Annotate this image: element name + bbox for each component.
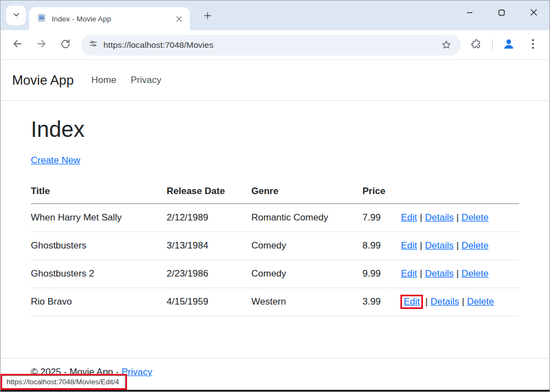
cell-price: 7.99 — [362, 204, 401, 232]
action-separator: | — [417, 268, 425, 279]
table-row: Rio Bravo 4/15/1959 Western 3.99 Edit|De… — [31, 288, 519, 316]
brand-link[interactable]: Movie App — [12, 73, 74, 88]
reload-button[interactable] — [53, 33, 78, 57]
cell-genre: Western — [251, 288, 362, 316]
annotation-highlight-box: https://localhost:7048/Movies/Edit/4 — [1, 374, 127, 390]
chevron-down-icon — [12, 10, 20, 21]
site-settings-icon[interactable] — [89, 39, 98, 51]
page-title: Index — [31, 117, 519, 142]
action-separator: | — [459, 296, 467, 307]
link-status-bar: https://localhost:7048/Movies/Edit/4 — [2, 376, 125, 388]
back-arrow-icon — [12, 38, 23, 52]
edit-link[interactable]: Edit — [401, 268, 417, 279]
cell-genre: Comedy — [251, 260, 362, 288]
extensions-button[interactable] — [464, 33, 488, 57]
cell-genre: Romantic Comedy — [251, 204, 362, 232]
details-link[interactable]: Details — [425, 240, 454, 251]
delete-link[interactable]: Delete — [461, 240, 488, 251]
back-button[interactable] — [5, 33, 29, 57]
cell-actions: Edit|Details|Delete — [401, 260, 519, 288]
tab-close-icon[interactable] — [173, 13, 184, 24]
edit-link-highlighted[interactable]: Edit — [404, 296, 420, 307]
edit-link[interactable]: Edit — [401, 212, 417, 223]
site-navbar: Movie App Home Privacy — [1, 60, 549, 101]
nav-link-home[interactable]: Home — [91, 75, 116, 86]
toolbar-divider — [492, 40, 493, 51]
maximize-button[interactable] — [486, 1, 518, 26]
forward-button[interactable] — [29, 33, 53, 57]
table-row: Ghostbusters 2 2/23/1986 Comedy 9.99 Edi… — [31, 260, 519, 288]
tab-title: Index - Movie App — [52, 15, 173, 23]
create-new-link[interactable]: Create New — [31, 155, 80, 166]
details-link[interactable]: Details — [425, 212, 454, 223]
new-tab-button[interactable] — [199, 8, 216, 25]
forward-arrow-icon — [36, 38, 47, 52]
close-icon — [530, 8, 537, 18]
details-link[interactable]: Details — [425, 268, 454, 279]
col-header-actions — [401, 180, 519, 204]
col-header-title: Title — [31, 180, 167, 204]
maximize-icon — [498, 8, 505, 18]
cell-actions: Edit|Details|Delete — [401, 232, 519, 260]
annotation-highlight-box: Edit — [400, 295, 423, 309]
tab-favicon-icon — [37, 13, 46, 25]
cell-release-date: 2/23/1986 — [167, 260, 251, 288]
cell-actions: Edit|Details|Delete — [401, 204, 519, 232]
browser-menu-button[interactable] — [521, 33, 545, 57]
tab-search-button[interactable] — [6, 5, 26, 25]
action-separator: | — [454, 268, 461, 279]
delete-link[interactable]: Delete — [461, 268, 488, 279]
window-controls — [454, 1, 549, 26]
cell-actions: Edit|Details|Delete — [401, 288, 519, 316]
address-bar[interactable]: https://localhost:7048/Movies — [81, 35, 461, 56]
col-header-release-date: Release Date — [167, 180, 251, 204]
delete-link[interactable]: Delete — [461, 212, 488, 223]
puzzle-icon — [471, 38, 482, 52]
delete-link[interactable]: Delete — [467, 296, 494, 307]
action-separator: | — [417, 212, 425, 223]
page-content: Movie App Home Privacy Index Create New … — [1, 60, 549, 391]
main-content: Index Create New Title Release Date Genr… — [1, 101, 549, 316]
cell-release-date: 2/12/1989 — [167, 204, 251, 232]
minimize-button[interactable] — [454, 1, 486, 26]
tab-strip: Index - Movie App — [1, 1, 549, 30]
close-button[interactable] — [518, 1, 549, 26]
cell-price: 3.99 — [362, 288, 401, 316]
profile-button[interactable] — [497, 33, 521, 57]
details-link[interactable]: Details — [431, 296, 459, 307]
three-dot-menu-icon — [532, 39, 534, 51]
action-separator: | — [454, 240, 461, 251]
edit-link[interactable]: Edit — [401, 240, 417, 251]
bookmark-star-icon[interactable] — [437, 36, 455, 54]
reload-icon — [60, 38, 71, 52]
cell-release-date: 4/15/1959 — [167, 288, 251, 316]
cell-price: 9.99 — [362, 260, 401, 288]
url-text[interactable]: https://localhost:7048/Movies — [103, 40, 437, 50]
profile-avatar-icon — [502, 37, 515, 53]
table-header-row: Title Release Date Genre Price — [31, 180, 519, 204]
browser-toolbar: https://localhost:7048/Movies — [1, 30, 549, 60]
cell-release-date: 3/13/1984 — [167, 232, 251, 260]
cell-genre: Comedy — [251, 232, 362, 260]
table-row: Ghostbusters 3/13/1984 Comedy 8.99 Edit|… — [31, 232, 519, 260]
table-row: When Harry Met Sally 2/12/1989 Romantic … — [31, 204, 519, 232]
action-separator: | — [422, 296, 430, 307]
movies-table: Title Release Date Genre Price When Harr… — [31, 180, 519, 316]
nav-links: Home Privacy — [91, 75, 161, 86]
col-header-price: Price — [362, 180, 401, 204]
nav-link-privacy[interactable]: Privacy — [130, 75, 161, 86]
cell-title: When Harry Met Sally — [31, 204, 167, 232]
cell-title: Rio Bravo — [31, 288, 167, 316]
plus-icon — [203, 11, 212, 23]
browser-window: Index - Movie App — [0, 0, 550, 392]
window-bottom-edge — [1, 390, 549, 391]
action-separator: | — [417, 240, 425, 251]
col-header-genre: Genre — [251, 180, 362, 204]
cell-price: 8.99 — [362, 232, 401, 260]
minimize-icon — [466, 8, 473, 18]
cell-title: Ghostbusters — [31, 232, 167, 260]
browser-tab[interactable]: Index - Movie App — [29, 7, 190, 30]
cell-title: Ghostbusters 2 — [31, 260, 167, 288]
action-separator: | — [454, 212, 461, 223]
